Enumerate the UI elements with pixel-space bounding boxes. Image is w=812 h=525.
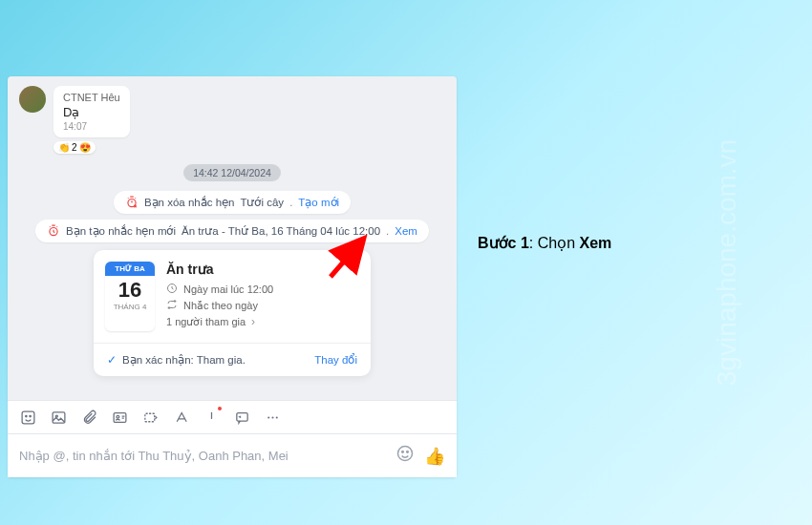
priority-icon[interactable]	[203, 409, 220, 426]
event-participants-row[interactable]: 1 người tham gia ›	[166, 315, 359, 328]
step-label: Bước 1	[478, 235, 529, 251]
svg-point-17	[398, 447, 413, 461]
event-card-bottom: ✓ Bạn xác nhận: Tham gia. Thay đổi	[94, 344, 371, 376]
event-card[interactable]: THỨ BA 16 THÁNG 4 Ăn trưa Ngày mai lúc 1…	[94, 250, 371, 376]
event-when: Ngày mai lúc 12:00	[183, 284, 273, 295]
event-card-top: THỨ BA 16 THÁNG 4 Ăn trưa Ngày mai lúc 1…	[94, 250, 371, 344]
message-row: CTNET Hêu Dạ 14:07 👏 2 😍	[19, 86, 445, 155]
svg-rect-8	[53, 411, 65, 422]
svg-point-6	[25, 415, 26, 416]
system-name: Tưới cây	[240, 196, 284, 209]
toolbar	[8, 400, 457, 434]
date-block: THỨ BA 16 THÁNG 4	[105, 262, 155, 331]
input-icons: 👍	[395, 444, 445, 468]
date-month: THÁNG 4	[105, 303, 155, 315]
svg-rect-5	[22, 411, 34, 424]
attachment-icon[interactable]	[80, 409, 97, 426]
more-icon[interactable]	[264, 409, 281, 426]
watermark-text: 3gvinaphone.com.vn	[712, 139, 742, 386]
check-icon: ✓	[107, 353, 117, 367]
alarm-icon	[47, 224, 60, 238]
svg-point-18	[402, 452, 404, 453]
reaction-emoji: 👏	[58, 142, 70, 153]
message-bubble[interactable]: CTNET Hêu Dạ 14:07	[53, 86, 130, 137]
svg-rect-10	[114, 412, 126, 422]
svg-point-19	[407, 452, 409, 453]
date-number: 16	[105, 276, 155, 303]
event-repeat: Nhắc theo ngày	[183, 300, 258, 312]
quick-reply-icon[interactable]	[233, 409, 250, 426]
emoji-icon[interactable]	[395, 444, 415, 468]
svg-rect-12	[144, 413, 154, 422]
reactions-pill[interactable]: 👏 2 😍	[53, 141, 96, 154]
event-info: Ăn trưa Ngày mai lúc 12:00 Nhắc theo ngà…	[166, 262, 359, 331]
event-when-row: Ngày mai lúc 12:00	[166, 283, 359, 296]
timestamp-divider: 14:42 12/04/2024	[183, 164, 281, 181]
reaction-count: 2	[72, 142, 77, 153]
system-text: Bạn xóa nhắc hẹn	[144, 196, 235, 209]
event-participants[interactable]: 1 người tham gia	[166, 316, 246, 328]
svg-point-7	[29, 415, 30, 416]
screenshot-icon[interactable]	[141, 409, 159, 426]
action-bold: Xem	[579, 235, 611, 251]
system-message-created: Bạn tạo nhắc hẹn mới Ăn trưa - Thứ Ba, 1…	[35, 220, 429, 242]
reaction-emoji2: 😍	[79, 142, 91, 153]
svg-point-16	[275, 416, 277, 418]
svg-point-14	[267, 416, 269, 418]
chevron-right-icon: ›	[251, 315, 255, 328]
input-row: Nhập @, tin nhắn tới Thu Thuỷ, Oanh Phan…	[8, 434, 457, 477]
separator: .	[289, 197, 292, 208]
message-input[interactable]: Nhập @, tin nhắn tới Thu Thuỷ, Oanh Phan…	[19, 449, 395, 463]
format-icon[interactable]	[172, 409, 189, 426]
sticker-icon[interactable]	[19, 409, 36, 426]
message-time: 14:07	[63, 121, 120, 132]
chat-body: CTNET Hêu Dạ 14:07 👏 2 😍 14:42 12/04/202…	[8, 76, 457, 400]
alarm-delete-icon	[125, 196, 139, 209]
clock-icon	[166, 283, 178, 296]
action-prefix: Chọn	[538, 235, 580, 251]
contact-card-icon[interactable]	[111, 409, 128, 426]
event-confirm: ✓ Bạn xác nhận: Tham gia.	[107, 353, 246, 367]
reply-name: CTNET Hêu	[63, 92, 120, 103]
separator: .	[386, 225, 389, 237]
instruction-text: Bước 1: Chọn Xem	[478, 234, 611, 252]
avatar	[19, 86, 46, 113]
chat-window: CTNET Hêu Dạ 14:07 👏 2 😍 14:42 12/04/202…	[8, 76, 457, 477]
system-text: Bạn tạo nhắc hẹn mới	[66, 224, 176, 238]
image-icon[interactable]	[50, 409, 67, 426]
system-name: Ăn trưa - Thứ Ba, 16 Tháng 04 lúc 12:00	[182, 224, 380, 238]
svg-point-15	[271, 416, 273, 418]
svg-point-11	[116, 415, 118, 418]
event-confirm-text: Bạn xác nhận: Tham gia.	[122, 353, 246, 367]
repeat-icon	[166, 299, 178, 312]
system-message-deleted: Bạn xóa nhắc hẹn Tưới cây . Tạo mới	[114, 191, 351, 214]
change-link[interactable]: Thay đổi	[314, 353, 357, 367]
message-text: Dạ	[63, 105, 120, 119]
view-link[interactable]: Xem	[395, 225, 417, 237]
event-repeat-row: Nhắc theo ngày	[166, 299, 359, 312]
colon: :	[529, 235, 538, 251]
date-weekday: THỨ BA	[105, 262, 155, 276]
thumbs-up-icon[interactable]: 👍	[424, 446, 445, 467]
event-title: Ăn trưa	[166, 262, 359, 277]
create-new-link[interactable]: Tạo mới	[298, 196, 339, 209]
